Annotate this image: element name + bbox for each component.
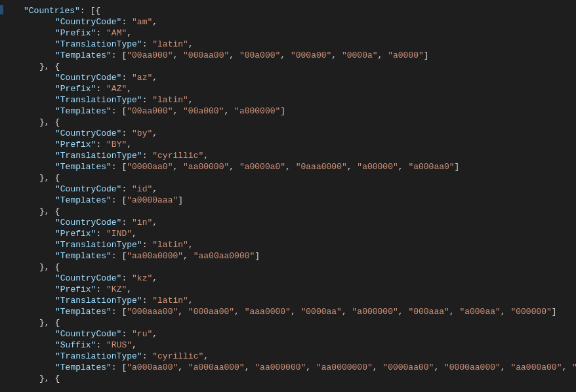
json-field-translationtype: "TranslationType": "cyrillic", [4,150,576,161]
json-field-prefix: "Prefix": "IND", [4,228,576,239]
json-field-templates: "Templates": ["aa00a0000", "aa00aa0000"] [4,250,576,262]
json-field-translationtype: "TranslationType": "latin", [4,39,576,50]
json-field-templates: "Templates": ["000aaa00", "000aa00", "aa… [4,306,576,317]
selection-highlight [0,5,3,14]
json-field-prefix: "Prefix": "BY", [4,139,576,150]
json-field-prefix: "Prefix": "KZ", [4,284,576,295]
json-field-templates: "Templates": ["0000aa0", "aa00000", "a00… [4,161,576,172]
json-field-translationtype: "TranslationType": "latin", [4,295,576,306]
json-key-countries: "Countries": [{ [4,5,576,16]
json-field-templates: "Templates": ["a0000aaa"] [4,195,576,206]
json-field-translationtype: "TranslationType": "latin", [4,239,576,250]
json-field-countrycode: "CountryCode": "ru", [4,328,576,340]
json-object-separator: }, { [4,61,576,72]
json-field-countrycode: "CountryCode": "by", [4,128,576,139]
json-field-countrycode: "CountryCode": "id", [4,184,576,195]
json-object-separator: }, { [4,172,576,184]
json-object-separator: }, { [4,262,576,273]
code-editor[interactable]: "Countries": [{"CountryCode": "am","Pref… [0,0,576,389]
json-field-prefix: "Prefix": "AZ", [4,83,576,94]
json-field-countrycode: "CountryCode": "in", [4,217,576,228]
json-field-countrycode: "CountryCode": "az", [4,72,576,83]
json-field-translationtype: "TranslationType": "latin", [4,94,576,106]
json-object-separator: }, { [4,206,576,217]
json-object-separator: }, { [4,117,576,128]
json-field-templates: "Templates": ["00aa000", "000aa00", "00a… [4,50,576,61]
json-field-suffix: "Suffix": "RUS", [4,340,576,351]
json-field-prefix: "Prefix": "AM", [4,28,576,39]
json-object-separator: }, { [4,373,576,384]
json-field-templates: "Templates": ["00aa000", "00a000", "a000… [4,106,576,117]
json-field-templates: "Templates": ["a000aa00", "a000aa000", "… [4,362,576,373]
json-object-separator: }, { [4,317,576,328]
json-field-countrycode: "CountryCode": "am", [4,16,576,28]
json-field-countrycode: "CountryCode": "kz", [4,273,576,284]
json-field-translationtype: "TranslationType": "cyrillic", [4,351,576,362]
